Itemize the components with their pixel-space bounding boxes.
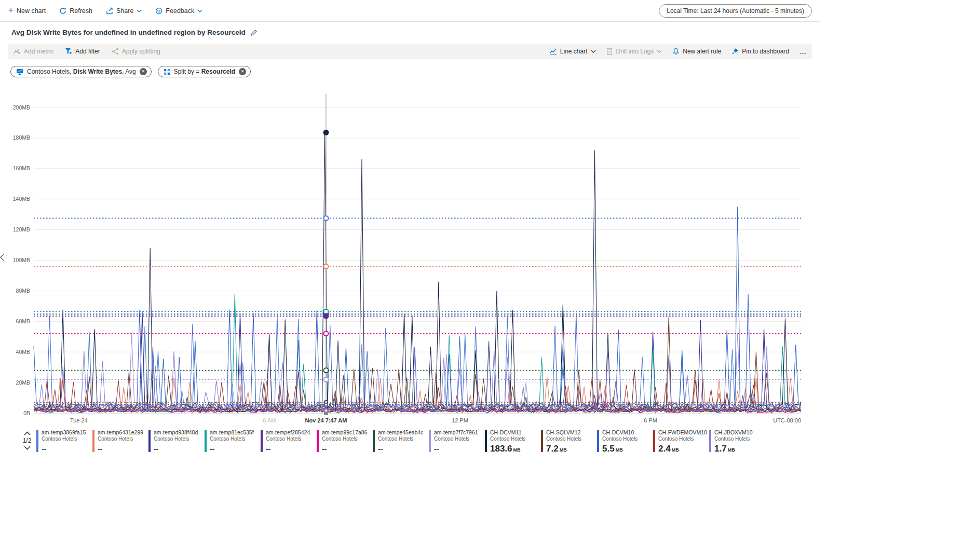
legend-series-value: 2.4MB bbox=[658, 444, 707, 454]
y-tick-label: 120MB bbox=[13, 226, 30, 233]
legend-item-CH-FWDEMOVM10[interactable]: CH-FWDEMOVM10Contoso Hotels2.4MB bbox=[653, 429, 707, 454]
apply-splitting-icon bbox=[112, 48, 119, 55]
legend-items: am-temp3869fa15Contoso Hotels--am-temp64… bbox=[36, 429, 765, 454]
legend-series-value: 5.5MB bbox=[602, 444, 638, 454]
new-alert-rule-button[interactable]: New alert rule bbox=[672, 48, 721, 55]
chart-area: 0B20MB40MB60MB80MB100MB120MB140MB160MB18… bbox=[0, 90, 813, 428]
chevron-left-icon bbox=[0, 254, 4, 261]
legend-item-am-temp3869fa15[interactable]: am-temp3869fa15Contoso Hotels-- bbox=[36, 429, 90, 454]
x-tick-label: Tue 24 bbox=[70, 417, 88, 424]
y-tick-label: 40MB bbox=[16, 349, 30, 355]
chart-type-dropdown[interactable]: Line chart bbox=[549, 48, 596, 55]
add-metric-icon bbox=[13, 48, 21, 55]
legend-page-indicator: 1/2 bbox=[23, 437, 32, 444]
legend-series-name: am-temp6431e299 bbox=[98, 429, 143, 436]
legend-page-down-button[interactable] bbox=[24, 446, 31, 450]
legend-item-CH-DCVM10[interactable]: CH-DCVM10Contoso Hotels5.5MB bbox=[597, 429, 651, 454]
metric-pill-text: Contoso Hotels, Disk Write Bytes, Avg bbox=[27, 68, 136, 75]
metrics-explorer: + New chart Refresh Share bbox=[0, 0, 820, 454]
legend-series-value: -- bbox=[210, 444, 254, 454]
apply-splitting-button: Apply splitting bbox=[112, 48, 160, 55]
add-metric-button: Add metric bbox=[13, 48, 53, 55]
share-button[interactable]: Share bbox=[106, 7, 142, 15]
legend-item-am-temp7f7c7961[interactable]: am-temp7f7c7961Contoso Hotels-- bbox=[429, 429, 483, 454]
legend-series-company: Contoso Hotels bbox=[42, 436, 86, 442]
legend-series-name: am-tempef285424 bbox=[266, 429, 310, 436]
add-filter-label: Add filter bbox=[75, 48, 100, 55]
legend-series-company: Contoso Hotels bbox=[602, 436, 638, 442]
refresh-label: Refresh bbox=[70, 7, 92, 15]
time-range-picker[interactable]: Local Time: Last 24 hours (Automatic - 5… bbox=[659, 4, 812, 18]
new-chart-button[interactable]: + New chart bbox=[8, 7, 46, 15]
legend-item-am-temp99c17a86[interactable]: am-temp99c17a86Contoso Hotels-- bbox=[317, 429, 371, 454]
legend-series-company: Contoso Hotels bbox=[434, 436, 478, 442]
chevron-down-icon bbox=[137, 9, 142, 12]
x-tick-label: 12 PM bbox=[452, 417, 468, 424]
legend-page-up-button[interactable] bbox=[24, 431, 31, 435]
metric-pill[interactable]: Contoso Hotels, Disk Write Bytes, Avg ✕ bbox=[10, 66, 152, 77]
remove-split-button[interactable]: ✕ bbox=[239, 68, 246, 75]
feedback-smiley-icon bbox=[155, 7, 162, 15]
metrics-line-chart[interactable]: 0B20MB40MB60MB80MB100MB120MB140MB160MB18… bbox=[0, 90, 813, 428]
chevron-down-icon bbox=[591, 50, 596, 53]
new-alert-rule-label: New alert rule bbox=[683, 48, 721, 55]
refresh-button[interactable]: Refresh bbox=[59, 7, 92, 15]
legend-series-company: Contoso Hotels bbox=[714, 436, 753, 442]
split-pill-prefix: Split by = bbox=[174, 68, 201, 75]
legend-series-name: CH-DCVM11 bbox=[490, 429, 525, 436]
crosshair-time-label: Nov 24 7:47 AM bbox=[305, 417, 347, 424]
y-tick-label: 180MB bbox=[13, 134, 30, 141]
legend-item-am-tempe45eab4c[interactable]: am-tempe45eab4cContoso Hotels-- bbox=[373, 429, 427, 454]
legend-item-CH-SQLVM12[interactable]: CH-SQLVM12Contoso Hotels7.2MB bbox=[541, 429, 595, 454]
y-tick-label: 140MB bbox=[13, 196, 30, 202]
crosshair-marker-CH-DCVM11 bbox=[323, 130, 329, 135]
legend-series-name: CH-SQLVM12 bbox=[546, 429, 581, 436]
legend-series-company: Contoso Hotels bbox=[210, 436, 254, 442]
legend-series-company: Contoso Hotels bbox=[490, 436, 525, 442]
legend-item-CH-DCVM11[interactable]: CH-DCVM11Contoso Hotels183.6MB bbox=[485, 429, 539, 454]
legend-item-CH-JBOXVM10[interactable]: CH-JBOXVM10Contoso Hotels1.7MB bbox=[709, 429, 763, 454]
add-metric-label: Add metric bbox=[24, 48, 53, 55]
chevron-down-icon bbox=[657, 50, 662, 53]
crosshair-marker-am-temp6431e299 bbox=[323, 264, 328, 269]
legend-item-am-tempef285424[interactable]: am-tempef285424Contoso Hotels-- bbox=[261, 429, 315, 454]
crosshair-marker-am-temp3869fa15 bbox=[323, 216, 328, 221]
feedback-button[interactable]: Feedback bbox=[155, 7, 202, 15]
legend-series-name: am-temp99c17a86 bbox=[322, 429, 368, 436]
crosshair-marker-CH-DCVM10 bbox=[324, 403, 328, 406]
collapse-panel-button[interactable] bbox=[0, 252, 6, 263]
legend-series-name: am-tempd938f48d bbox=[154, 429, 198, 436]
legend-series-company: Contoso Hotels bbox=[658, 436, 707, 442]
pin-to-dashboard-button[interactable]: Pin to dashboard bbox=[731, 48, 789, 55]
metric-pill-aggregation: , Avg bbox=[122, 68, 135, 75]
series-line-CH-DCVM10 bbox=[34, 207, 801, 411]
add-filter-button[interactable]: Add filter bbox=[65, 48, 100, 55]
top-toolbar: + New chart Refresh Share bbox=[0, 0, 820, 22]
legend-item-am-temp81ec535f[interactable]: am-temp81ec535fContoso Hotels-- bbox=[205, 429, 259, 454]
drill-into-logs-dropdown: Drill into Logs bbox=[606, 48, 662, 55]
feedback-label: Feedback bbox=[166, 7, 194, 15]
legend-series-value: -- bbox=[154, 444, 198, 454]
legend-series-name: am-temp81ec535f bbox=[210, 429, 254, 436]
crosshair-marker-am-temp7f7c7961 bbox=[323, 377, 328, 382]
split-pill[interactable]: Split by = ResourceId ✕ bbox=[158, 66, 251, 77]
remove-metric-button[interactable]: ✕ bbox=[140, 68, 147, 75]
y-tick-label: 20MB bbox=[16, 379, 30, 386]
share-label: Share bbox=[116, 7, 133, 15]
legend-series-company: Contoso Hotels bbox=[546, 436, 581, 442]
y-tick-label: 60MB bbox=[16, 318, 30, 324]
apply-splitting-label: Apply splitting bbox=[122, 48, 160, 55]
pin-to-dashboard-label: Pin to dashboard bbox=[742, 48, 789, 55]
legend-series-value: 1.7MB bbox=[714, 444, 753, 454]
y-tick-label: 100MB bbox=[13, 257, 30, 263]
legend-item-am-tempd938f48d[interactable]: am-tempd938f48dContoso Hotels-- bbox=[148, 429, 202, 454]
x-tick-label: 6 AM bbox=[263, 417, 276, 424]
legend-series-value: -- bbox=[42, 444, 86, 454]
more-options-button[interactable]: … bbox=[799, 48, 807, 56]
chart-legend: 1/2 am-temp3869fa15Contoso Hotels--am-te… bbox=[18, 429, 820, 454]
series-line-CH-DCVM11 bbox=[34, 132, 801, 411]
edit-title-icon[interactable] bbox=[250, 29, 257, 36]
chart-toolbar: Add metric Add filter Apply splitting bbox=[8, 44, 812, 59]
legend-item-am-temp6431e299[interactable]: am-temp6431e299Contoso Hotels-- bbox=[92, 429, 146, 454]
legend-series-value: -- bbox=[322, 444, 368, 454]
